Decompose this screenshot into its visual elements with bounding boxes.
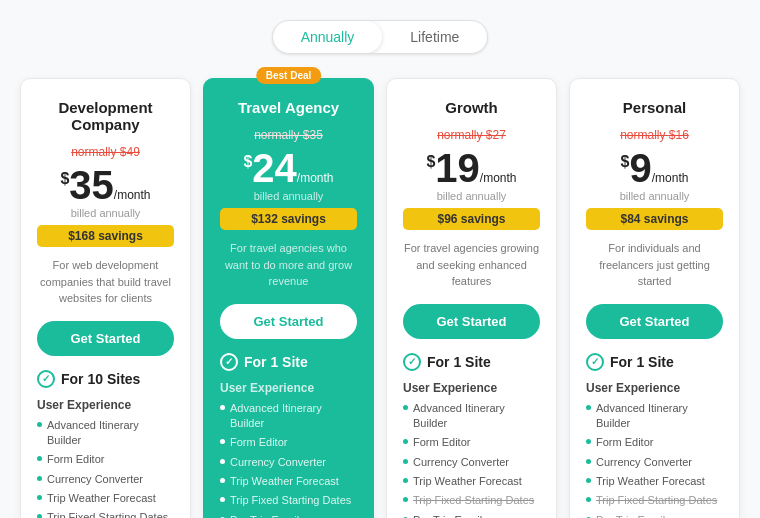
sites-text: For 10 Sites bbox=[61, 371, 140, 387]
feature-item: Advanced Itinerary Builder bbox=[403, 401, 540, 432]
feature-label: Currency Converter bbox=[596, 455, 692, 470]
sites-label: ✓ For 10 Sites bbox=[37, 370, 174, 388]
feature-item: Currency Converter bbox=[37, 472, 174, 487]
sites-label: ✓ For 1 Site bbox=[220, 353, 357, 371]
feature-item: Trip Fixed Starting Dates bbox=[220, 493, 357, 508]
feature-dot-icon bbox=[37, 495, 42, 500]
plan-card-personal: Personal normally $16 $9/month billed an… bbox=[569, 78, 740, 518]
plan-card-growth: Growth normally $27 $19/month billed ann… bbox=[386, 78, 557, 518]
feature-item: Per Trip Emails bbox=[586, 513, 723, 518]
feature-label: Currency Converter bbox=[47, 472, 143, 487]
feature-dot-icon bbox=[403, 459, 408, 464]
feature-dot-icon bbox=[403, 405, 408, 410]
feature-dot-icon bbox=[403, 478, 408, 483]
feature-dot-icon bbox=[403, 497, 408, 502]
feature-label: Form Editor bbox=[230, 435, 287, 450]
sites-text: For 1 Site bbox=[610, 354, 674, 370]
price-row: $35/month bbox=[37, 165, 174, 205]
features-section: User Experience Advanced Itinerary Build… bbox=[220, 381, 357, 519]
get-started-button[interactable]: Get Started bbox=[586, 304, 723, 339]
price-row: $19/month bbox=[403, 148, 540, 188]
feature-label: Trip Fixed Starting Dates bbox=[230, 493, 351, 508]
get-started-button[interactable]: Get Started bbox=[403, 304, 540, 339]
billed-text: billed annually bbox=[403, 190, 540, 202]
features-section: User Experience Advanced Itinerary Build… bbox=[403, 381, 540, 519]
lifetime-toggle-btn[interactable]: Lifetime bbox=[382, 21, 487, 53]
price-row: $9/month bbox=[586, 148, 723, 188]
plan-card-travel: Best Deal Travel Agency normally $35 $24… bbox=[203, 78, 374, 518]
check-circle-icon: ✓ bbox=[220, 353, 238, 371]
feature-label: Advanced Itinerary Builder bbox=[230, 401, 357, 432]
plan-name: Travel Agency bbox=[220, 99, 357, 116]
original-price: normally $27 bbox=[403, 128, 540, 144]
feature-item: Advanced Itinerary Builder bbox=[586, 401, 723, 432]
feature-dot-icon bbox=[220, 497, 225, 502]
feature-label: Per Trip Emails bbox=[230, 513, 305, 518]
sites-label: ✓ For 1 Site bbox=[403, 353, 540, 371]
billed-text: billed annually bbox=[37, 207, 174, 219]
plans-container: Development Company normally $49 $35/mon… bbox=[20, 78, 740, 518]
get-started-button[interactable]: Get Started bbox=[220, 304, 357, 339]
feature-label: Form Editor bbox=[596, 435, 653, 450]
feature-dot-icon bbox=[220, 439, 225, 444]
feature-item: Trip Fixed Starting Dates bbox=[37, 510, 174, 518]
feature-item: Trip Weather Forecast bbox=[220, 474, 357, 489]
billing-toggle-section: Annually Lifetime bbox=[20, 20, 740, 54]
feature-list: Advanced Itinerary Builder Form Editor C… bbox=[586, 401, 723, 519]
plan-description: For individuals and freelancers just get… bbox=[586, 240, 723, 290]
original-price: normally $49 bbox=[37, 145, 174, 161]
feature-item: Advanced Itinerary Builder bbox=[220, 401, 357, 432]
feature-label: Per Trip Emails bbox=[413, 513, 488, 518]
price-row: $24/month bbox=[220, 148, 357, 188]
price-amount: 24 bbox=[252, 146, 297, 190]
feature-item: Form Editor bbox=[586, 435, 723, 450]
feature-item: Per Trip Emails bbox=[220, 513, 357, 518]
plan-name: Growth bbox=[403, 99, 540, 116]
check-circle-icon: ✓ bbox=[586, 353, 604, 371]
toggle-container: Annually Lifetime bbox=[272, 20, 489, 54]
sites-text: For 1 Site bbox=[244, 354, 308, 370]
feature-dot-icon bbox=[586, 459, 591, 464]
get-started-button[interactable]: Get Started bbox=[37, 321, 174, 356]
plan-name: Development Company bbox=[37, 99, 174, 133]
feature-label: Per Trip Emails bbox=[596, 513, 671, 518]
feature-dot-icon bbox=[586, 478, 591, 483]
feature-dot-icon bbox=[403, 439, 408, 444]
feature-dot-icon bbox=[220, 405, 225, 410]
feature-dot-icon bbox=[586, 439, 591, 444]
feature-label: Trip Weather Forecast bbox=[47, 491, 156, 506]
billed-text: billed annually bbox=[220, 190, 357, 202]
features-category-label: User Experience bbox=[220, 381, 357, 395]
feature-dot-icon bbox=[37, 456, 42, 461]
feature-item: Trip Weather Forecast bbox=[586, 474, 723, 489]
feature-dot-icon bbox=[37, 422, 42, 427]
savings-badge: $96 savings bbox=[403, 208, 540, 230]
feature-dot-icon bbox=[220, 459, 225, 464]
feature-list: Advanced Itinerary Builder Form Editor C… bbox=[37, 418, 174, 519]
feature-dot-icon bbox=[37, 476, 42, 481]
feature-item: Per Trip Emails bbox=[403, 513, 540, 518]
check-circle-icon: ✓ bbox=[403, 353, 421, 371]
price-amount: 19 bbox=[435, 146, 480, 190]
feature-item: Currency Converter bbox=[586, 455, 723, 470]
sites-label: ✓ For 1 Site bbox=[586, 353, 723, 371]
annually-toggle-btn[interactable]: Annually bbox=[273, 21, 383, 53]
feature-list: Advanced Itinerary Builder Form Editor C… bbox=[403, 401, 540, 519]
plan-name: Personal bbox=[586, 99, 723, 116]
billed-text: billed annually bbox=[586, 190, 723, 202]
features-section: User Experience Advanced Itinerary Build… bbox=[37, 398, 174, 519]
feature-label: Advanced Itinerary Builder bbox=[596, 401, 723, 432]
feature-item: Currency Converter bbox=[220, 455, 357, 470]
feature-list: Advanced Itinerary Builder Form Editor C… bbox=[220, 401, 357, 519]
feature-label: Currency Converter bbox=[230, 455, 326, 470]
feature-label: Form Editor bbox=[47, 452, 104, 467]
price-amount: 35 bbox=[69, 163, 114, 207]
price-period: /month bbox=[297, 171, 334, 185]
original-price: normally $16 bbox=[586, 128, 723, 144]
original-price: normally $35 bbox=[220, 128, 357, 144]
feature-label: Advanced Itinerary Builder bbox=[47, 418, 174, 449]
feature-dot-icon bbox=[586, 405, 591, 410]
feature-item: Trip Fixed Starting Dates bbox=[403, 493, 540, 508]
feature-label: Trip Fixed Starting Dates bbox=[596, 493, 717, 508]
savings-badge: $132 savings bbox=[220, 208, 357, 230]
